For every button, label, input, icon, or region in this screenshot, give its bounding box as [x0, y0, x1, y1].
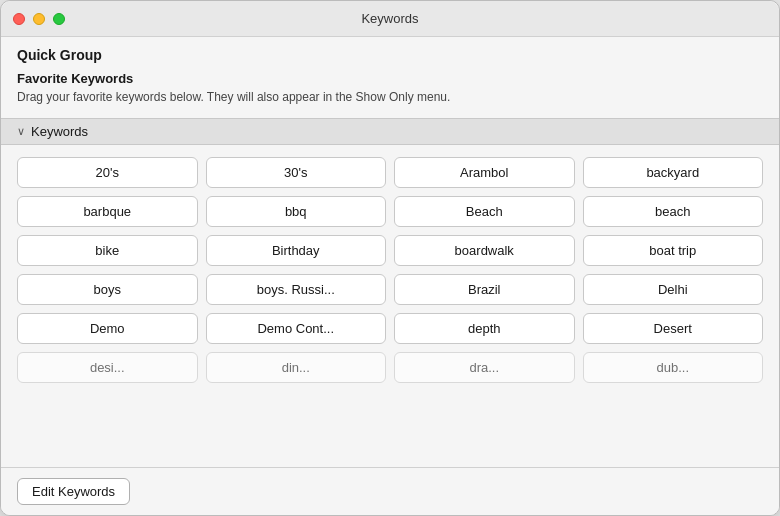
- keyword-button[interactable]: Demo Cont...: [206, 313, 387, 344]
- keywords-window: Keywords Quick Group Favorite Keywords D…: [0, 0, 780, 516]
- keyword-button[interactable]: boat trip: [583, 235, 764, 266]
- maximize-button[interactable]: [53, 13, 65, 25]
- titlebar-buttons: [13, 13, 65, 25]
- keyword-button[interactable]: 30's: [206, 157, 387, 188]
- edit-keywords-button[interactable]: Edit Keywords: [17, 478, 130, 505]
- content-area: Quick Group Favorite Keywords Drag your …: [1, 37, 779, 515]
- keyword-button[interactable]: bike: [17, 235, 198, 266]
- keywords-grid: 20's30'sArambolbackyardbarbquebbqBeachbe…: [17, 157, 763, 383]
- keyword-button[interactable]: desi...: [17, 352, 198, 383]
- keyword-button[interactable]: Desert: [583, 313, 764, 344]
- titlebar: Keywords: [1, 1, 779, 37]
- keyword-button[interactable]: barbque: [17, 196, 198, 227]
- keywords-grid-container: 20's30'sArambolbackyardbarbquebbqBeachbe…: [1, 145, 779, 467]
- keywords-section-title: Keywords: [31, 124, 88, 139]
- favorite-keywords-description: Drag your favorite keywords below. They …: [17, 89, 763, 106]
- keyword-button[interactable]: dra...: [394, 352, 575, 383]
- keyword-button[interactable]: beach: [583, 196, 764, 227]
- keywords-section-header[interactable]: ∨ Keywords: [1, 118, 779, 145]
- keyword-button[interactable]: Demo: [17, 313, 198, 344]
- quick-group-label: Quick Group: [17, 47, 102, 63]
- quick-group-header: Quick Group: [1, 37, 779, 69]
- keyword-button[interactable]: Arambol: [394, 157, 575, 188]
- favorite-keywords-title: Favorite Keywords: [17, 71, 763, 86]
- keyword-button[interactable]: Brazil: [394, 274, 575, 305]
- keyword-button[interactable]: dub...: [583, 352, 764, 383]
- footer: Edit Keywords: [1, 467, 779, 515]
- keyword-button[interactable]: boys: [17, 274, 198, 305]
- keyword-button[interactable]: din...: [206, 352, 387, 383]
- keyword-button[interactable]: Beach: [394, 196, 575, 227]
- keyword-button[interactable]: bbq: [206, 196, 387, 227]
- keyword-button[interactable]: boys. Russi...: [206, 274, 387, 305]
- window-title: Keywords: [361, 11, 418, 26]
- keyword-button[interactable]: boardwalk: [394, 235, 575, 266]
- favorite-keywords-section: Favorite Keywords Drag your favorite key…: [1, 69, 779, 118]
- keyword-button[interactable]: 20's: [17, 157, 198, 188]
- chevron-down-icon: ∨: [17, 125, 25, 138]
- keyword-button[interactable]: depth: [394, 313, 575, 344]
- close-button[interactable]: [13, 13, 25, 25]
- keyword-button[interactable]: Birthday: [206, 235, 387, 266]
- minimize-button[interactable]: [33, 13, 45, 25]
- keyword-button[interactable]: backyard: [583, 157, 764, 188]
- keyword-button[interactable]: Delhi: [583, 274, 764, 305]
